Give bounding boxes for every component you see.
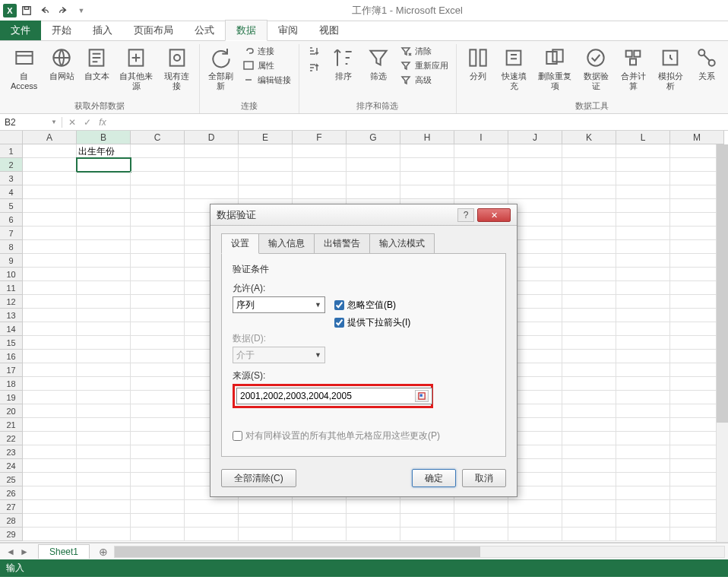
tab-formulas[interactable]: 公式 (184, 21, 225, 40)
cell-E29[interactable] (239, 528, 293, 541)
ignore-blank-checkbox[interactable]: 忽略空值(B) (334, 299, 396, 312)
cell-L24[interactable] (616, 459, 670, 473)
vertical-scrollbar[interactable] (716, 144, 728, 542)
btn-text-to-columns[interactable]: 分列 (461, 44, 495, 83)
cell-A12[interactable] (23, 295, 77, 309)
cell-I29[interactable] (454, 528, 508, 541)
dialog-close-button[interactable]: ✕ (477, 208, 511, 222)
cell-A11[interactable] (23, 281, 77, 295)
cell-C18[interactable] (131, 377, 185, 391)
tab-home[interactable]: 开始 (41, 21, 82, 40)
cell-B15[interactable] (77, 336, 131, 350)
cell-K1[interactable] (562, 144, 616, 158)
sheet-tab-1[interactable]: Sheet1 (38, 544, 90, 559)
col-header-L[interactable]: L (616, 131, 670, 144)
cell-C9[interactable] (131, 254, 185, 268)
cell-F2[interactable] (293, 158, 347, 172)
dialog-help-button[interactable]: ? (457, 208, 474, 222)
cell-L18[interactable] (616, 377, 670, 391)
add-sheet-button[interactable]: ⊕ (96, 546, 111, 558)
cell-A3[interactable] (23, 172, 77, 185)
cell-C29[interactable] (131, 528, 185, 541)
cell-H1[interactable] (400, 144, 454, 158)
col-header-H[interactable]: H (400, 131, 454, 144)
btn-from-web[interactable]: 自网站 (45, 44, 78, 83)
cell-B24[interactable] (77, 459, 131, 473)
cell-D3[interactable] (185, 172, 239, 185)
apply-all-checkbox[interactable]: 对有同样设置的所有其他单元格应用这些更改(P) (233, 429, 495, 442)
btn-from-other[interactable]: 自其他来源 (115, 44, 157, 93)
cell-L21[interactable] (616, 418, 670, 432)
cell-D4[interactable] (185, 185, 239, 199)
cell-L12[interactable] (616, 295, 670, 309)
col-header-C[interactable]: C (131, 131, 185, 144)
cell-L29[interactable] (616, 528, 670, 541)
cell-K8[interactable] (562, 240, 616, 254)
cell-B2[interactable] (77, 158, 131, 172)
cell-L28[interactable] (616, 514, 670, 528)
cell-K19[interactable] (562, 391, 616, 404)
cell-K17[interactable] (562, 363, 616, 377)
cell-H29[interactable] (400, 528, 454, 541)
cell-E27[interactable] (239, 500, 293, 514)
cell-C16[interactable] (131, 350, 185, 363)
cell-K15[interactable] (562, 336, 616, 350)
btn-flash-fill[interactable]: 快速填充 (496, 44, 532, 93)
cell-H4[interactable] (400, 185, 454, 199)
cell-J1[interactable] (508, 144, 562, 158)
cell-K25[interactable] (562, 473, 616, 486)
cell-I4[interactable] (454, 185, 508, 199)
cell-J29[interactable] (508, 528, 562, 541)
qat-undo-icon[interactable] (36, 2, 53, 19)
col-header-G[interactable]: G (347, 131, 400, 144)
ok-button[interactable]: 确定 (412, 469, 456, 487)
cell-B5[interactable] (77, 199, 131, 213)
cell-L22[interactable] (616, 432, 670, 445)
cell-L16[interactable] (616, 350, 670, 363)
dlg-tab-input-msg[interactable]: 输入信息 (258, 233, 315, 253)
col-header-M[interactable]: M (670, 131, 724, 144)
cell-C25[interactable] (131, 473, 185, 486)
row-header-22[interactable]: 22 (0, 432, 23, 445)
qat-customize-icon[interactable]: ▼ (73, 2, 90, 19)
cell-K5[interactable] (562, 199, 616, 213)
cell-C1[interactable] (131, 144, 185, 158)
qat-redo-icon[interactable] (55, 2, 71, 19)
row-header-21[interactable]: 21 (0, 418, 23, 432)
cell-K14[interactable] (562, 322, 616, 336)
cell-C15[interactable] (131, 336, 185, 350)
cell-C17[interactable] (131, 363, 185, 377)
row-header-7[interactable]: 7 (0, 227, 23, 240)
cell-E1[interactable] (239, 144, 293, 158)
cell-C3[interactable] (131, 172, 185, 185)
col-header-A[interactable]: A (23, 131, 77, 144)
cell-L6[interactable] (616, 213, 670, 227)
btn-sort-desc[interactable] (304, 61, 325, 74)
cell-C19[interactable] (131, 391, 185, 404)
row-header-18[interactable]: 18 (0, 377, 23, 391)
cell-B3[interactable] (77, 172, 131, 185)
cell-K4[interactable] (562, 185, 616, 199)
cell-A20[interactable] (23, 404, 77, 418)
col-header-K[interactable]: K (562, 131, 616, 144)
cell-K24[interactable] (562, 459, 616, 473)
fx-icon[interactable]: fx (96, 117, 109, 128)
cell-C6[interactable] (131, 213, 185, 227)
cell-K2[interactable] (562, 158, 616, 172)
cell-L5[interactable] (616, 199, 670, 213)
row-header-14[interactable]: 14 (0, 322, 23, 336)
btn-sort-asc[interactable] (304, 44, 325, 58)
cell-L25[interactable] (616, 473, 670, 486)
cell-A28[interactable] (23, 514, 77, 528)
col-header-B[interactable]: B (77, 131, 131, 144)
dlg-tab-settings[interactable]: 设置 (221, 233, 259, 254)
row-header-5[interactable]: 5 (0, 199, 23, 213)
row-header-20[interactable]: 20 (0, 404, 23, 418)
cell-A21[interactable] (23, 418, 77, 432)
cell-B8[interactable] (77, 240, 131, 254)
cell-L15[interactable] (616, 336, 670, 350)
cell-K21[interactable] (562, 418, 616, 432)
btn-connections[interactable]: 连接 (239, 44, 294, 58)
cell-A25[interactable] (23, 473, 77, 486)
btn-advanced[interactable]: 高级 (397, 73, 451, 87)
